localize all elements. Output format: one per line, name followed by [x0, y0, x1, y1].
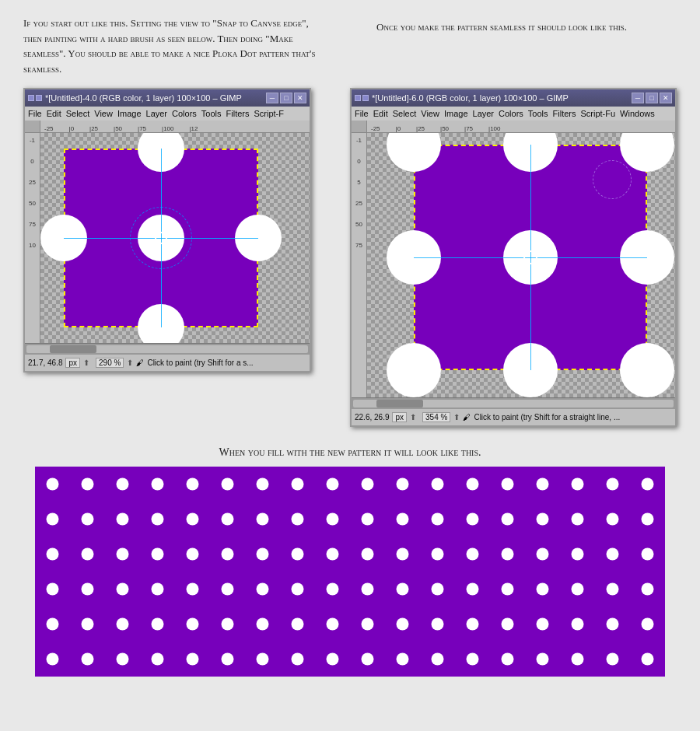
- menu-view-l[interactable]: View: [421, 109, 439, 118]
- maximize-button-large[interactable]: □: [646, 93, 658, 103]
- ruler-area-large: -25 |0 |25 |50 |75 |100: [352, 121, 675, 133]
- crosshair-icon-large: [523, 250, 537, 264]
- ruler-area-small: -25 |0 |25 |50 |75 |100 |12: [25, 121, 310, 133]
- title-bar-large: *[Untitled]-6.0 (RGB color, 1 layer) 100…: [352, 89, 675, 107]
- menu-bar-large: File Edit Select View Image Layer Colors…: [352, 107, 675, 121]
- ruler-vertical-small: -1 0 25 50 75 10: [25, 133, 40, 343]
- maximize-button[interactable]: □: [280, 93, 292, 103]
- page: If you start out like this. Setting the …: [0, 0, 700, 684]
- coords-large: 22.6, 26.9: [355, 413, 389, 421]
- menu-bar-small: File Edit Select View Image Layer Colors…: [25, 107, 310, 121]
- scroll-thumb-small[interactable]: [50, 345, 96, 353]
- menu-filters-l[interactable]: Filters: [553, 109, 576, 118]
- menu-tools[interactable]: Tools: [201, 109, 222, 118]
- minimize-button[interactable]: ─: [266, 93, 278, 103]
- polka-canvas-large: [414, 145, 647, 370]
- menu-view[interactable]: View: [94, 109, 113, 118]
- menu-scriptfu-l[interactable]: Script-Fu: [580, 109, 615, 118]
- gimp-canvas-large: [367, 133, 675, 397]
- ruler-horizontal: -25 |0 |25 |50 |75 |100 |12: [40, 121, 310, 133]
- title-dot-l1: [355, 95, 361, 101]
- menu-colors[interactable]: Colors: [172, 109, 197, 118]
- zoom-large[interactable]: 354 %: [422, 412, 450, 422]
- menu-edit[interactable]: Edit: [47, 109, 61, 118]
- menu-layer[interactable]: Layer: [146, 109, 168, 118]
- status-bar-small: 21.7, 46.8 px ⬆ 290 % ⬆ 🖌 Click to paint…: [25, 354, 310, 371]
- scroll-track-large[interactable]: [353, 400, 674, 407]
- scrollbar-small[interactable]: [25, 343, 310, 354]
- ruler-vertical-large: -1 0 5 25 50 75: [352, 133, 367, 397]
- polka-canvas-small: [64, 149, 258, 327]
- polka-pattern-result: [35, 467, 665, 677]
- left-description: If you start out like this. Setting the …: [23, 16, 319, 76]
- dot-bl: [387, 343, 441, 397]
- menu-filters[interactable]: Filters: [226, 109, 250, 118]
- menu-image-l[interactable]: Image: [444, 109, 468, 118]
- menu-layer-l[interactable]: Layer: [473, 109, 495, 118]
- close-button-large[interactable]: ✕: [660, 93, 672, 103]
- title-bar-small: *[Untitled]-4.0 (RGB color, 1 layer) 100…: [25, 89, 310, 107]
- dot-br: [620, 343, 674, 397]
- menu-edit-l[interactable]: Edit: [373, 109, 388, 118]
- zoom-small[interactable]: 290 %: [96, 358, 124, 368]
- menu-script[interactable]: Script-F: [254, 109, 284, 118]
- unit-large[interactable]: px: [392, 412, 407, 422]
- title-dot: [36, 95, 42, 101]
- scroll-track-small[interactable]: [26, 345, 308, 353]
- ruler-corner: [25, 121, 40, 133]
- menu-colors-l[interactable]: Colors: [499, 109, 523, 118]
- canvas-area-large: -1 0 5 25 50 75: [352, 133, 675, 397]
- top-text-section: If you start out like this. Setting the …: [16, 8, 684, 84]
- title-dot: [28, 95, 34, 101]
- pattern-svg: [35, 467, 665, 677]
- menu-tools-l[interactable]: Tools: [528, 109, 548, 118]
- gimp-windows-row: *[Untitled]-4.0 (RGB color, 1 layer) 100…: [16, 84, 684, 431]
- status-msg-small: Click to paint (try Shift for a s...: [147, 359, 306, 367]
- title-text-small: *[Untitled]-4.0 (RGB color, 1 layer) 100…: [45, 93, 242, 103]
- status-bar-large: 22.6, 26.9 px ⬆ 354 % ⬆ 🖌 Click to paint…: [352, 408, 675, 425]
- gimp-window-large: *[Untitled]-6.0 (RGB color, 1 layer) 100…: [350, 88, 677, 427]
- title-dot-l2: [362, 95, 369, 101]
- ghost-circle: [593, 160, 632, 199]
- menu-file[interactable]: File: [28, 109, 42, 118]
- close-button[interactable]: ✕: [294, 93, 306, 103]
- status-msg-large: Click to paint (try Shift for a straight…: [474, 413, 672, 421]
- coords-small: 21.7, 46.8: [28, 359, 62, 367]
- menu-image[interactable]: Image: [117, 109, 142, 118]
- ruler-horizontal-large: -25 |0 |25 |50 |75 |100: [367, 121, 675, 133]
- gimp-window-small: *[Untitled]-4.0 (RGB color, 1 layer) 100…: [23, 88, 311, 372]
- svg-rect-1: [35, 467, 665, 677]
- menu-select[interactable]: Select: [66, 109, 90, 118]
- scrollbar-large[interactable]: [352, 397, 675, 408]
- unit-small[interactable]: px: [65, 358, 80, 368]
- ruler-corner-large: [352, 121, 367, 133]
- menu-windows-l[interactable]: Windows: [620, 109, 655, 118]
- canvas-area-small: -1 0 25 50 75 10: [25, 133, 310, 343]
- middle-caption: When you fill with the new pattern it wi…: [16, 431, 684, 467]
- minimize-button-large[interactable]: ─: [632, 93, 644, 103]
- menu-file-l[interactable]: File: [355, 109, 369, 118]
- crosshair-icon-small: [155, 232, 167, 244]
- menu-select-l[interactable]: Select: [393, 109, 417, 118]
- title-text-large: *[Untitled]-6.0 (RGB color, 1 layer) 100…: [372, 93, 569, 103]
- scroll-thumb-large[interactable]: [376, 400, 423, 407]
- gimp-canvas-small: [40, 133, 310, 343]
- right-description: Once you make the pattern seamless it sh…: [334, 16, 669, 76]
